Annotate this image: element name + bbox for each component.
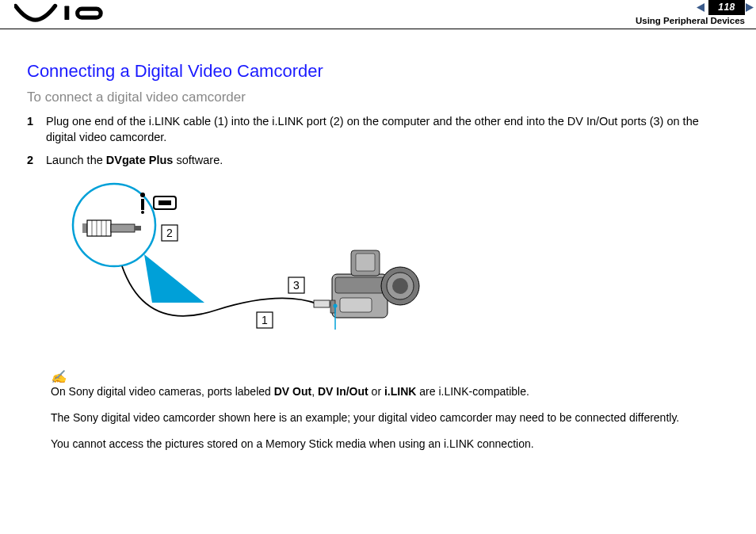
step-text: Launch the DVgate Plus software. <box>46 152 223 168</box>
next-page-arrow[interactable] <box>745 2 754 13</box>
callout-2: 2 <box>166 227 173 239</box>
svg-rect-13 <box>141 199 144 210</box>
vaio-logo <box>14 3 108 24</box>
svg-rect-20 <box>335 277 384 293</box>
connection-diagram: 2 1 3 <box>51 179 729 353</box>
svg-point-14 <box>141 211 144 214</box>
page-content: Connecting a Digital Video Camcorder To … <box>0 29 756 452</box>
page-title: Connecting a Digital Video Camcorder <box>27 61 729 82</box>
step-1: 1 Plug one end of the i.LINK cable (1) i… <box>27 113 729 146</box>
note-1: On Sony digital video cameras, ports lab… <box>51 384 729 399</box>
svg-rect-21 <box>340 298 372 312</box>
note-3: You cannot access the pictures stored on… <box>51 437 729 452</box>
prev-page-arrow[interactable] <box>696 2 705 13</box>
svg-rect-0 <box>64 6 69 20</box>
svg-rect-26 <box>356 254 375 271</box>
page-header: 118 Using Peripheral Devices <box>0 0 756 29</box>
page-number-badge: 118 <box>708 0 745 15</box>
svg-rect-1 <box>78 9 101 17</box>
note-icon: ✍ <box>51 369 729 384</box>
step-text: Plug one end of the i.LINK cable (1) int… <box>46 113 729 146</box>
step-number: 2 <box>27 152 46 168</box>
page-subtitle: To connect a digital video camcorder <box>27 90 729 105</box>
svg-point-29 <box>334 303 338 307</box>
step-number: 1 <box>27 113 46 146</box>
svg-rect-6 <box>111 224 135 232</box>
section-title: Using Peripheral Devices <box>636 16 745 25</box>
svg-point-12 <box>140 193 145 197</box>
callout-3: 3 <box>293 279 300 292</box>
step-2: 2 Launch the DVgate Plus software. <box>27 152 729 168</box>
svg-rect-16 <box>158 200 171 205</box>
svg-rect-17 <box>314 300 330 307</box>
svg-rect-4 <box>82 223 87 233</box>
camcorder-illustration <box>330 250 419 330</box>
svg-rect-7 <box>135 226 141 231</box>
svg-point-24 <box>392 278 408 294</box>
notes-block: ✍ On Sony digital video cameras, ports l… <box>51 369 729 452</box>
note-2: The Sony digital video camcorder shown h… <box>51 410 729 425</box>
callout-1: 1 <box>262 314 268 326</box>
